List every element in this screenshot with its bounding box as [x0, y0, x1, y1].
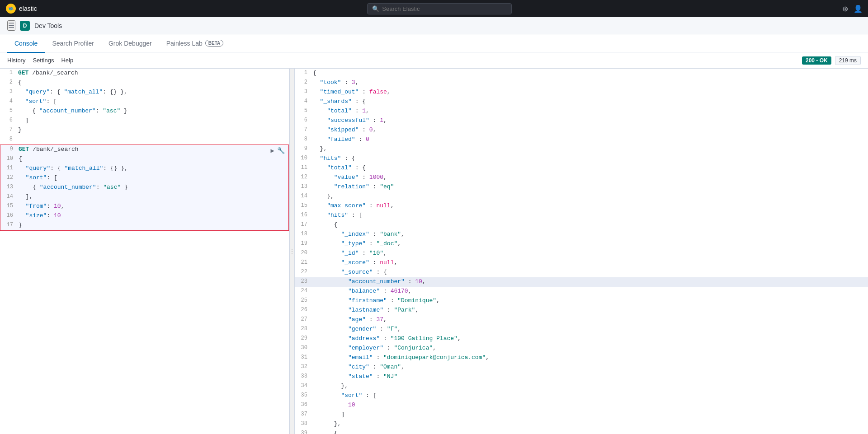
user-avatar-icon[interactable]: 👤 [854, 5, 863, 13]
history-button[interactable]: History [7, 55, 25, 65]
editor-line-1: 1 GET /bank/_search [0, 69, 289, 78]
global-search-bar[interactable]: 🔍 [367, 3, 512, 14]
panel-resize-handle[interactable]: ⋮ [289, 69, 295, 434]
selected-request-block: ▶ 🔧 9 GET /bank/_search 10 { 11 "query":… [0, 145, 289, 231]
output-line-9: 9 }, [295, 145, 868, 154]
output-line-1: 1 { [295, 69, 868, 78]
output-line-24: 24 "balance" : 46170, [295, 287, 868, 296]
tab-console[interactable]: Console [7, 35, 45, 53]
output-line-35: 35 "sort" : [ [295, 391, 868, 401]
app-icon: D [20, 21, 30, 31]
elastic-brand-text: elastic [19, 5, 37, 12]
editor-line-8: 8 [0, 135, 289, 145]
output-line-13: 13 "relation" : "eq" [295, 182, 868, 192]
actions-left: History Settings Help [7, 55, 73, 65]
output-panel: 1 { 2 "took" : 3, 3 "timed_out" : false,… [295, 69, 868, 434]
top-bar-right: ⊕ 👤 [842, 5, 863, 13]
beta-badge: BETA [205, 40, 223, 47]
output-line-19: 19 "_type" : "_doc", [295, 239, 868, 249]
editor-line-2: 2 { [0, 78, 289, 88]
output-line-11: 11 "total" : { [295, 163, 868, 173]
output-line-15: 15 "max_score" : null, [295, 201, 868, 211]
settings-button[interactable]: Settings [33, 55, 54, 65]
output-line-31: 31 "email" : "dominiquepark@conjurica.co… [295, 353, 868, 363]
output-line-7: 7 "skipped" : 0, [295, 126, 868, 135]
tab-search-profiler[interactable]: Search Profiler [45, 35, 101, 53]
top-navbar: elastic 🔍 ⊕ 👤 [0, 0, 868, 17]
output-line-14: 14 }, [295, 192, 868, 201]
tabs-bar: Console Search Profiler Grok Debugger Pa… [0, 34, 868, 52]
top-bar-left: elastic [5, 3, 37, 14]
search-icon: 🔍 [372, 5, 379, 12]
output-line-30: 30 "employer" : "Conjurica", [295, 344, 868, 353]
elastic-logo-icon [5, 3, 16, 14]
output-line-18: 18 "_index" : "bank", [295, 230, 868, 239]
output-line-10: 10 "hits" : { [295, 154, 868, 163]
output-line-12: 12 "value" : 1000, [295, 173, 868, 182]
editor-line-10: 10 { [0, 154, 288, 164]
output-line-25: 25 "firstname" : "Dominique", [295, 296, 868, 306]
editor-line-5: 5 { "account_number": "asc" } [0, 107, 289, 116]
app-title: Dev Tools [34, 22, 62, 29]
output-line-21: 21 "_score" : null, [295, 258, 868, 268]
editor-line-11: 11 "query": { "match_all": {} }, [0, 164, 288, 173]
output-line-29: 29 "address" : "100 Gatling Place", [295, 334, 868, 344]
editor-line-6: 6 ] [0, 116, 289, 126]
output-line-33: 33 "state" : "NJ" [295, 372, 868, 382]
response-time-badge: 219 ms [835, 56, 861, 65]
output-line-26: 26 "lastname" : "Park", [295, 306, 868, 315]
help-button[interactable]: Help [61, 55, 73, 65]
output-line-17: 17 { [295, 220, 868, 230]
app-header-bar: ☰ D Dev Tools [0, 17, 868, 34]
elastic-logo[interactable]: elastic [5, 3, 37, 14]
editor-line-4: 4 "sort": [ [0, 97, 289, 107]
editor-panel: 1 GET /bank/_search 2 { 3 "query": { "ma… [0, 69, 289, 434]
output-line-20: 20 "_id" : "10", [295, 249, 868, 258]
output-line-32: 32 "city" : "Oman", [295, 363, 868, 372]
request-actions: ▶ 🔧 [271, 146, 285, 156]
tab-grok-debugger[interactable]: Grok Debugger [101, 35, 159, 53]
main-content: 1 GET /bank/_search 2 { 3 "query": { "ma… [0, 69, 868, 434]
output-line-16: 16 "hits" : [ [295, 211, 868, 220]
wrench-icon[interactable]: 🔧 [277, 146, 285, 156]
menu-toggle-button[interactable]: ☰ [7, 20, 15, 31]
tab-painless-lab[interactable]: Painless Lab BETA [159, 35, 231, 53]
output-line-23: 23 "account_number" : 10, [295, 277, 868, 287]
help-circle-icon[interactable]: ⊕ [842, 5, 848, 13]
output-line-34: 34 }, [295, 382, 868, 391]
editor-line-9: 9 GET /bank/_search [0, 145, 288, 154]
status-right: 200 - OK 219 ms [802, 56, 861, 65]
editor-line-3: 3 "query": { "match_all": {} }, [0, 88, 289, 97]
output-line-2: 2 "took" : 3, [295, 78, 868, 88]
output-line-37: 37 ] [295, 410, 868, 420]
output-line-38: 38 }, [295, 420, 868, 429]
output-line-5: 5 "total" : 1, [295, 107, 868, 116]
actions-bar: History Settings Help 200 - OK 219 ms [0, 52, 868, 69]
global-search-input[interactable] [382, 5, 507, 12]
output-line-6: 6 "successful" : 1, [295, 116, 868, 126]
editor-line-15: 15 "from": 10, [0, 202, 288, 211]
output-line-27: 27 "age" : 37, [295, 315, 868, 325]
editor-line-14: 14 ], [0, 192, 288, 202]
output-viewer[interactable]: 1 { 2 "took" : 3, 3 "timed_out" : false,… [295, 69, 868, 434]
editor-line-16: 16 "size": 10 [0, 211, 288, 221]
output-line-8: 8 "failed" : 0 [295, 135, 868, 145]
code-editor[interactable]: 1 GET /bank/_search 2 { 3 "query": { "ma… [0, 69, 289, 434]
output-line-39: 39 { [295, 429, 868, 434]
run-request-icon[interactable]: ▶ [271, 146, 274, 156]
output-line-36: 36 10 [295, 401, 868, 410]
editor-line-12: 12 "sort": [ [0, 173, 288, 183]
output-line-28: 28 "gender" : "F", [295, 325, 868, 334]
editor-line-7: 7 } [0, 126, 289, 135]
output-line-22: 22 "_source" : { [295, 268, 868, 277]
output-line-4: 4 "_shards" : { [295, 97, 868, 107]
output-line-3: 3 "timed_out" : false, [295, 88, 868, 97]
editor-line-17: 17 } [0, 221, 288, 230]
editor-line-13: 13 { "account_number": "asc" } [0, 183, 288, 192]
status-code-badge: 200 - OK [802, 56, 831, 65]
